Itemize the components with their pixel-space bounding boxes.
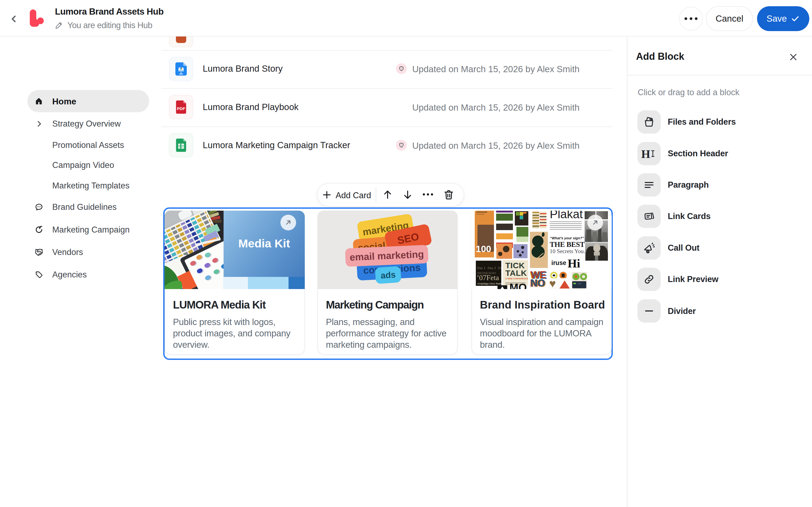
svg-text:PDF: PDF: [177, 106, 185, 111]
